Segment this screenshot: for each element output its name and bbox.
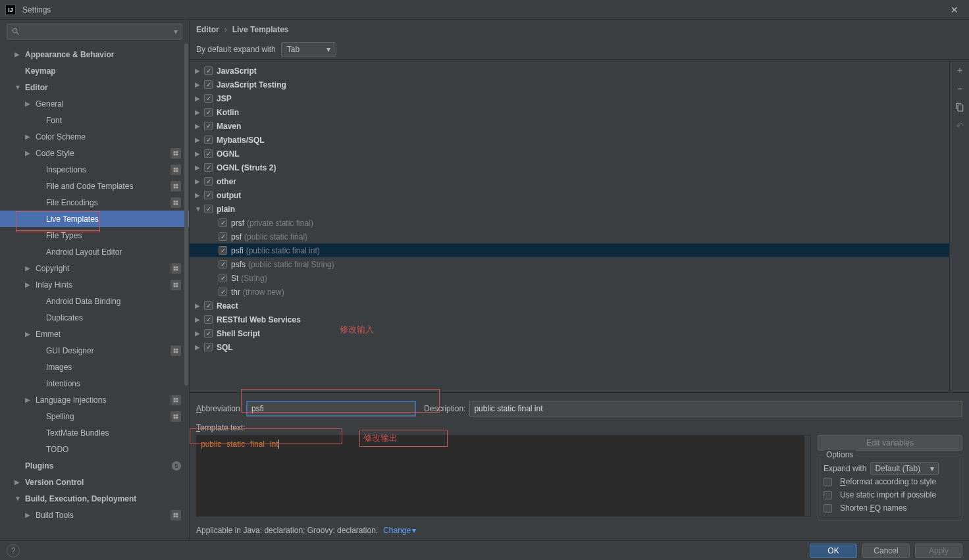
sidebar-item[interactable]: ▶Color Scheme (0, 128, 189, 145)
template-row[interactable]: thr(throw new) (190, 285, 949, 299)
group-checkbox[interactable] (204, 163, 213, 172)
breadcrumb-editor[interactable]: Editor (196, 25, 219, 34)
sidebar-item[interactable]: ▶Inlay Hints (0, 276, 189, 293)
template-group-row[interactable]: ▶Mybatis/SQL (190, 133, 949, 147)
project-scope-icon (170, 197, 181, 208)
template-group-row[interactable]: ▶React (190, 299, 949, 313)
expand-with-combo[interactable]: Tab ▾ (281, 42, 336, 57)
shorten-fq-checkbox[interactable] (824, 504, 832, 513)
group-checkbox[interactable] (204, 94, 213, 103)
sidebar-item[interactable]: Intentions (0, 375, 189, 392)
sidebar-item-label: General (36, 99, 64, 109)
template-row[interactable]: psf(public static final) (190, 230, 949, 243)
sidebar-item[interactable]: Keymap (0, 63, 189, 79)
ok-button[interactable]: OK (810, 544, 857, 558)
template-group-row[interactable]: ▶OGNL (190, 147, 949, 161)
sidebar-item[interactable]: TextMate Bundles (0, 424, 189, 441)
group-checkbox[interactable] (204, 108, 213, 116)
template-checkbox[interactable] (219, 288, 227, 296)
sidebar-item[interactable]: File Encodings (0, 194, 189, 211)
sidebar-item[interactable]: File Types (0, 227, 189, 243)
sidebar-item[interactable]: ▶Appearance & Behavior (0, 46, 189, 63)
template-checkbox[interactable] (219, 218, 227, 227)
group-checkbox[interactable] (204, 315, 213, 324)
template-scrollbar[interactable] (804, 436, 810, 516)
template-group-row[interactable]: ▶Maven (190, 119, 949, 133)
sidebar-item[interactable]: ▶General (0, 95, 189, 112)
static-import-checkbox[interactable] (824, 491, 832, 499)
group-checkbox[interactable] (204, 66, 213, 75)
sidebar-item[interactable]: ▶Build Tools (0, 507, 189, 523)
template-group-row[interactable]: ▶Kotlin (190, 105, 949, 119)
sidebar-item[interactable]: Inspections (0, 161, 189, 178)
template-tree[interactable]: ▶JavaScript▶JavaScript Testing▶JSP▶Kotli… (190, 59, 949, 392)
sidebar-item[interactable]: File and Code Templates (0, 178, 189, 194)
sidebar-item[interactable]: Android Data Binding (0, 293, 189, 309)
sidebar-item[interactable]: ▶Code Style (0, 145, 189, 161)
template-group-row[interactable]: ▶output (190, 188, 949, 202)
expand-with-inner-combo[interactable]: Default (Tab) ▾ (870, 462, 939, 475)
sidebar-item[interactable]: Live Templates (0, 211, 189, 227)
sidebar-item[interactable]: Images (0, 359, 189, 375)
template-row[interactable]: prsf(private static final) (190, 216, 949, 230)
template-group-row[interactable]: ▶OGNL (Struts 2) (190, 161, 949, 174)
help-button[interactable]: ? (7, 544, 20, 557)
sidebar-item[interactable]: GUI Designer (0, 342, 189, 359)
template-group-row[interactable]: ▶JSP (190, 91, 949, 105)
template-group-row[interactable]: ▶Shell Script (190, 326, 949, 340)
template-row[interactable]: psfs(public static final String) (190, 257, 949, 271)
template-group-row[interactable]: ▶JavaScript (190, 64, 949, 78)
change-context-link[interactable]: Change ▾ (383, 526, 416, 535)
group-checkbox[interactable] (204, 343, 213, 351)
sidebar-scrollbar[interactable] (184, 43, 188, 540)
sidebar-item[interactable]: Plugins5 (0, 457, 189, 474)
template-checkbox[interactable] (219, 260, 227, 268)
group-checkbox[interactable] (204, 301, 213, 310)
sidebar-item[interactable]: Spelling (0, 408, 189, 424)
sidebar-item[interactable]: ▶Copyright (0, 260, 189, 276)
group-checkbox[interactable] (204, 149, 213, 158)
settings-tree[interactable]: ▶Appearance & BehaviorKeymap▼Editor▶Gene… (0, 43, 189, 540)
template-group-row[interactable]: ▶RESTful Web Services (190, 313, 949, 326)
group-checkbox[interactable] (204, 205, 213, 213)
undo-template-button[interactable]: ↶ (953, 119, 966, 132)
search-input[interactable] (23, 27, 174, 36)
template-group-row[interactable]: ▼plain (190, 202, 949, 216)
template-group-row[interactable]: ▶JavaScript Testing (190, 78, 949, 91)
search-input-wrap[interactable]: ▾ (7, 24, 182, 39)
sidebar-item[interactable]: TODO (0, 441, 189, 457)
sidebar-item[interactable]: ▶Emmet (0, 326, 189, 342)
group-checkbox[interactable] (204, 136, 213, 144)
template-group-row[interactable]: ▶SQL (190, 340, 949, 354)
template-checkbox[interactable] (219, 246, 227, 255)
template-row[interactable]: psfi(public static final int) (190, 243, 949, 257)
description-input[interactable] (469, 401, 962, 417)
sidebar-item[interactable]: Duplicates (0, 309, 189, 326)
template-checkbox[interactable] (219, 274, 227, 282)
cancel-button[interactable]: Cancel (862, 544, 910, 558)
chevron-down-icon: ▾ (930, 464, 934, 473)
template-text-area[interactable]: public static final int (196, 435, 811, 517)
sidebar-item[interactable]: ▶Language Injections (0, 392, 189, 408)
sidebar-item[interactable]: ▼Build, Execution, Deployment (0, 490, 189, 507)
template-checkbox[interactable] (219, 232, 227, 241)
reformat-checkbox[interactable] (824, 478, 832, 486)
search-dropdown-icon[interactable]: ▾ (174, 27, 178, 36)
remove-template-button[interactable]: － (953, 82, 966, 95)
apply-button[interactable]: Apply (915, 544, 962, 558)
close-icon[interactable]: ✕ (945, 5, 964, 15)
sidebar-item[interactable]: Font (0, 112, 189, 128)
sidebar-item[interactable]: Android Layout Editor (0, 243, 189, 260)
group-checkbox[interactable] (204, 329, 213, 338)
copy-template-button[interactable] (953, 101, 966, 114)
group-checkbox[interactable] (204, 177, 213, 186)
add-template-button[interactable]: ＋ (953, 64, 966, 77)
template-group-row[interactable]: ▶other (190, 174, 949, 188)
group-checkbox[interactable] (204, 122, 213, 130)
sidebar-item[interactable]: ▼Editor (0, 79, 189, 95)
sidebar-item[interactable]: ▶Version Control (0, 474, 189, 490)
group-checkbox[interactable] (204, 191, 213, 199)
abbreviation-input[interactable] (246, 401, 416, 417)
template-row[interactable]: St(String) (190, 271, 949, 285)
group-checkbox[interactable] (204, 80, 213, 89)
